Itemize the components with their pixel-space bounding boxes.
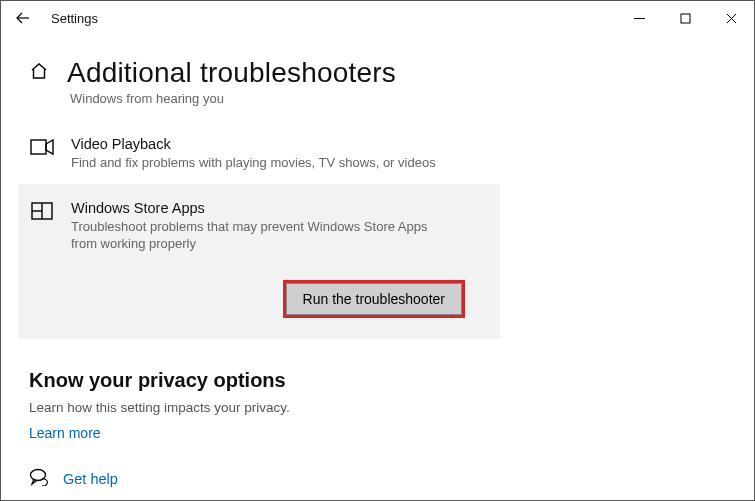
window-controls xyxy=(616,1,754,35)
svg-rect-5 xyxy=(31,140,46,154)
item-desc: Troubleshoot problems that may prevent W… xyxy=(71,218,451,253)
item-title: Windows Store Apps xyxy=(71,200,476,216)
close-icon xyxy=(726,13,737,24)
privacy-heading: Know your privacy options xyxy=(29,369,754,392)
get-help-row: Get help xyxy=(29,468,118,490)
page-heading-row: Additional troubleshooters xyxy=(1,35,754,89)
back-button[interactable] xyxy=(1,1,45,35)
content-area: Additional troubleshooters Windows from … xyxy=(1,35,754,442)
privacy-section: Know your privacy options Learn how this… xyxy=(1,339,754,442)
minimize-button[interactable] xyxy=(616,1,662,35)
page-title: Additional troubleshooters xyxy=(67,57,396,89)
troubleshooter-item-store[interactable]: Windows Store Apps Troubleshoot problems… xyxy=(18,184,500,339)
titlebar: Settings xyxy=(1,1,754,35)
window-app-icon xyxy=(31,202,53,220)
page-subtext: Windows from hearing you xyxy=(1,89,754,106)
maximize-button[interactable] xyxy=(662,1,708,35)
svg-rect-2 xyxy=(681,14,690,23)
learn-more-link[interactable]: Learn more xyxy=(29,425,101,441)
arrow-left-icon xyxy=(15,10,31,26)
window-title: Settings xyxy=(51,11,98,26)
troubleshooter-item-video[interactable]: Video Playback Find and fix problems wit… xyxy=(1,124,754,184)
help-chat-icon xyxy=(29,468,49,490)
close-button[interactable] xyxy=(708,1,754,35)
run-troubleshooter-button[interactable]: Run the troubleshooter xyxy=(286,283,462,315)
item-title: Video Playback xyxy=(71,136,730,152)
home-icon[interactable] xyxy=(29,61,49,85)
minimize-icon xyxy=(634,13,645,24)
privacy-desc: Learn how this setting impacts your priv… xyxy=(29,400,754,415)
item-desc: Find and fix problems with playing movie… xyxy=(71,154,451,172)
get-help-link[interactable]: Get help xyxy=(63,471,118,487)
video-camera-icon xyxy=(30,138,54,156)
maximize-icon xyxy=(680,13,691,24)
svg-marker-6 xyxy=(46,140,53,154)
